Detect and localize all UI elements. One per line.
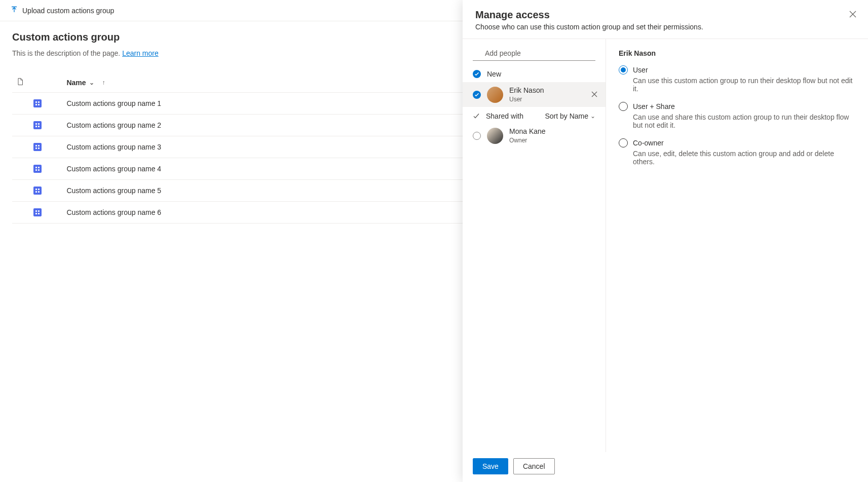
panel-permissions: Erik Nason UserCan use this custom actio… — [606, 39, 868, 452]
svg-rect-19 — [38, 191, 40, 193]
permission-label: Co-owner — [633, 139, 664, 147]
svg-rect-23 — [38, 213, 40, 214]
custom-actions-group-icon — [33, 165, 42, 173]
column-header-name[interactable]: Name ⌄ ↑ — [62, 72, 503, 93]
upload-custom-actions-group-button[interactable]: Upload custom actions group — [10, 6, 114, 15]
close-icon — [591, 91, 597, 97]
custom-actions-group-icon — [33, 143, 42, 151]
cell-name: Custom actions group name 1 — [62, 93, 503, 115]
column-header-name-label: Name — [66, 79, 86, 87]
avatar — [487, 128, 503, 144]
upload-label: Upload custom actions group — [22, 7, 114, 15]
svg-rect-20 — [35, 210, 37, 212]
svg-rect-16 — [35, 189, 37, 190]
permission-description: Can use this custom action group to run … — [633, 77, 855, 93]
permission-option: Co-ownerCan use, edit, delete this custo… — [619, 138, 855, 166]
person-name: Mona Kane — [509, 127, 599, 136]
svg-rect-6 — [35, 126, 37, 127]
svg-rect-22 — [35, 213, 37, 214]
svg-rect-8 — [35, 145, 37, 146]
radio-icon — [619, 65, 628, 75]
file-icon — [16, 78, 24, 86]
svg-rect-10 — [35, 147, 37, 149]
svg-rect-21 — [38, 210, 40, 212]
panel-people-list: New Erik Nason User Shared with — [463, 39, 606, 452]
cancel-button[interactable]: Cancel — [513, 458, 555, 474]
permission-description: Can use and share this custom action gro… — [633, 113, 855, 129]
permission-label: User + Share — [633, 102, 675, 110]
close-icon — [849, 11, 856, 18]
svg-rect-3 — [38, 104, 40, 105]
permission-option: UserCan use this custom action group to … — [619, 65, 855, 93]
cell-name: Custom actions group name 5 — [62, 180, 503, 202]
checkmark-icon — [473, 91, 481, 99]
panel-header: Manage access Choose who can use this cu… — [463, 0, 868, 39]
svg-rect-11 — [38, 147, 40, 149]
radio-icon — [619, 138, 628, 147]
person-row-erik-nason[interactable]: Erik Nason User — [463, 82, 606, 107]
svg-rect-9 — [38, 145, 40, 146]
manage-access-panel: Manage access Choose who can use this cu… — [463, 0, 868, 482]
checkmark-icon — [473, 70, 481, 78]
permissions-title: Erik Nason — [619, 49, 855, 57]
shared-with-header: Shared with Sort by Name ⌄ — [463, 107, 606, 123]
sort-by-dropdown[interactable]: Sort by Name ⌄ — [545, 112, 595, 120]
permission-description: Can use, edit, delete this custom action… — [633, 150, 855, 166]
sort-by-label: Sort by Name — [545, 112, 588, 120]
svg-rect-13 — [38, 167, 40, 168]
permission-option: User + ShareCan use and share this custo… — [619, 102, 855, 129]
new-section-label: New — [487, 70, 501, 78]
person-info: Mona Kane Owner — [509, 127, 599, 144]
radio-icon — [619, 102, 628, 111]
upload-icon — [10, 6, 18, 15]
svg-rect-14 — [35, 169, 37, 171]
save-button[interactable]: Save — [473, 458, 508, 474]
add-people-input[interactable] — [473, 46, 595, 61]
person-name: Erik Nason — [509, 86, 583, 95]
learn-more-link[interactable]: Learn more — [122, 49, 159, 57]
cell-name: Custom actions group name 4 — [62, 158, 503, 180]
person-row-mona-kane[interactable]: Mona Kane Owner — [463, 123, 606, 148]
custom-actions-group-icon — [33, 187, 42, 195]
person-role: Owner — [509, 137, 599, 144]
permission-radio-co-owner[interactable]: Co-owner — [619, 138, 855, 147]
unchecked-circle-icon — [473, 132, 481, 140]
custom-actions-group-icon — [33, 208, 42, 216]
permission-radio-user[interactable]: User — [619, 65, 855, 75]
svg-rect-5 — [38, 123, 40, 125]
permission-radio-user-share[interactable]: User + Share — [619, 102, 855, 111]
person-info: Erik Nason User — [509, 86, 583, 103]
sort-ascending-icon: ↑ — [102, 79, 105, 86]
panel-close-button[interactable] — [848, 9, 858, 19]
panel-subtitle: Choose who can use this custom action gr… — [475, 23, 855, 31]
custom-actions-group-icon — [33, 121, 42, 129]
cell-name: Custom actions group name 3 — [62, 136, 503, 158]
checkmark-icon — [473, 113, 480, 120]
column-header-fileicon[interactable] — [12, 72, 62, 93]
avatar — [487, 87, 503, 103]
svg-rect-7 — [38, 126, 40, 127]
svg-rect-12 — [35, 167, 37, 168]
svg-rect-18 — [35, 191, 37, 193]
cell-name: Custom actions group name 6 — [62, 202, 503, 224]
svg-rect-2 — [35, 104, 37, 105]
panel-footer: Save Cancel — [463, 452, 868, 482]
svg-rect-15 — [38, 169, 40, 171]
shared-with-label: Shared with — [486, 112, 523, 120]
chevron-down-icon: ⌄ — [590, 113, 595, 120]
svg-rect-17 — [38, 189, 40, 190]
new-section-header[interactable]: New — [463, 66, 606, 82]
svg-rect-1 — [38, 101, 40, 103]
chevron-down-icon: ⌄ — [89, 79, 94, 86]
remove-person-button[interactable] — [589, 89, 599, 101]
page-desc-text: This is the description of the page. — [12, 49, 122, 57]
permission-label: User — [633, 66, 648, 74]
panel-body: New Erik Nason User Shared with — [463, 39, 868, 452]
person-role: User — [509, 96, 583, 103]
cell-name: Custom actions group name 2 — [62, 115, 503, 136]
panel-title: Manage access — [475, 9, 855, 21]
svg-rect-0 — [35, 101, 37, 103]
custom-actions-group-icon — [33, 99, 42, 107]
svg-rect-4 — [35, 123, 37, 125]
